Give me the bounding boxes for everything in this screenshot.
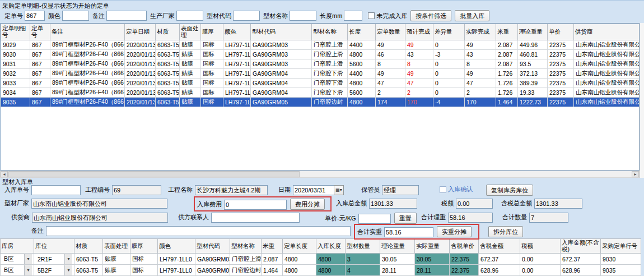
- cell: 30.05: [415, 254, 450, 265]
- location-combo[interactable]: 5B2F▾: [34, 265, 74, 276]
- copy-warehouse-location-button[interactable]: 复制库房库位: [486, 185, 533, 196]
- chevron-down-icon[interactable]: ▾: [64, 254, 72, 264]
- reset-button[interactable]: 重置: [394, 213, 417, 224]
- filter-profile-code-input[interactable]: [233, 11, 260, 21]
- total-amount-input[interactable]: [369, 199, 417, 209]
- scroll-right-icon[interactable]: ►: [632, 171, 639, 177]
- inbound-row-9035[interactable]: B区▾5B2F▾6063-T5贴膜国标LH797-1LL0GA90GRM05门帘…: [1, 265, 641, 276]
- combo-value: 2R1F: [36, 256, 64, 263]
- warehouse-combo[interactable]: B区▾: [1, 265, 34, 276]
- cell: 1.464: [496, 98, 518, 107]
- cell: 国标: [201, 88, 223, 98]
- cell: 1.726: [496, 69, 518, 79]
- inbound-order-no-input[interactable]: [31, 185, 81, 195]
- inbound-column-header: 型材名称: [230, 239, 262, 254]
- cell: 49: [405, 40, 433, 50]
- purchase-row-9035[interactable]: 903586789#门框型材P26-F40（866+867）2020/01/13…: [1, 98, 640, 107]
- tax-input[interactable]: [456, 199, 493, 209]
- inbound-row-9030[interactable]: B区▾2R1F▾6063-T5贴膜国标LH797-1LL0GA90GRM03门帘…: [1, 254, 641, 265]
- total-actual-weight-label: 合计实重: [357, 228, 382, 235]
- total-qty-input[interactable]: [529, 213, 568, 223]
- inbound-confirm-checkbox[interactable]: [440, 186, 446, 193]
- purchase-column-header: 理论重量: [518, 24, 548, 40]
- scroll-left-icon[interactable]: ◄: [1, 171, 8, 177]
- location-combo[interactable]: 2R1F▾: [34, 254, 74, 265]
- cell: 372.13: [518, 69, 548, 79]
- inbound-table-header-row: 库房库位材质表面处理膜厚颜色型材代码型材名称米重定单长度入库长度型材数量理论重量…: [1, 239, 641, 254]
- cell: 22375: [548, 50, 574, 59]
- purchase-column-header: 表面处理: [180, 24, 201, 40]
- factory-label: 型材厂家: [4, 200, 29, 206]
- total-actual-weight-input[interactable]: [384, 227, 433, 237]
- filter-length-input[interactable]: [344, 11, 362, 21]
- supplier-contact-input[interactable]: [211, 213, 300, 223]
- cell: 2.087: [496, 50, 518, 59]
- batch-inbound-button[interactable]: 批量入库: [455, 10, 489, 21]
- cell: 贴膜: [180, 59, 201, 69]
- cell: 贴膜: [180, 69, 201, 79]
- cell: 19.33: [518, 88, 548, 98]
- purchase-row-9033[interactable]: 903386789#门框型材P26-F40（866+867）2020/01/13…: [1, 79, 640, 88]
- cell: GA90GRM03: [251, 59, 312, 69]
- chevron-down-icon[interactable]: ▾: [24, 254, 32, 264]
- cell: 0: [433, 69, 465, 79]
- scrollbar-thumb[interactable]: [8, 171, 300, 177]
- date-input[interactable]: [293, 185, 334, 195]
- cell: 170: [465, 98, 496, 107]
- filter-profile-name-input[interactable]: [290, 11, 316, 21]
- cell: 4400: [348, 40, 376, 50]
- purchase-row-9032[interactable]: 903286789#门框型材P26-F40（866+867）2020/01/13…: [1, 69, 640, 79]
- weight-allocate-button[interactable]: 实重分摊: [437, 226, 472, 237]
- total-theory-weight-input[interactable]: [448, 213, 493, 223]
- filter-order-no-input[interactable]: [25, 11, 45, 21]
- factory-input[interactable]: [31, 199, 167, 209]
- cell: 9031: [1, 59, 30, 69]
- warehouse-combo[interactable]: B区▾: [1, 254, 34, 265]
- project-name-input[interactable]: [195, 185, 268, 195]
- horizontal-scrollbar[interactable]: ◄ ►: [0, 171, 640, 178]
- cell: 867: [30, 59, 50, 69]
- project-name-label: 工程名称: [168, 186, 193, 193]
- cell: 国标: [201, 79, 223, 88]
- calendar-dropdown-icon[interactable]: ▦▾: [334, 185, 344, 195]
- remark-input[interactable]: [46, 226, 351, 236]
- filter-length-label: 长度mm: [320, 12, 342, 19]
- project-no-input[interactable]: [112, 185, 161, 195]
- inbound-column-header: 型材数量: [346, 239, 380, 254]
- cell: 672.37: [479, 254, 520, 265]
- chevron-down-icon[interactable]: ▾: [64, 265, 72, 275]
- cell: 2: [376, 88, 405, 98]
- inbound-table-body: B区▾2R1F▾6063-T5贴膜国标LH797-1LL0GA90GRM03门帘…: [1, 254, 641, 276]
- purchase-row-9034[interactable]: 903486789#门框型材P26-F40（866+867）2020/01/13…: [1, 88, 640, 98]
- cell: 6063-T5: [156, 88, 180, 98]
- filter-remark-input[interactable]: [106, 11, 147, 21]
- filter-manufacturer-input[interactable]: [176, 11, 203, 21]
- purchase-row-9029[interactable]: 902986789#门框型材P26-F40（866+867）2020/01/13…: [1, 40, 640, 50]
- cell: 47: [376, 79, 405, 88]
- keeper-input[interactable]: [382, 185, 419, 195]
- purchase-column-header: 定单数量: [376, 24, 405, 40]
- unfinished-checkbox[interactable]: [368, 12, 375, 19]
- fee-allocate-button[interactable]: 费用分摊: [290, 199, 325, 210]
- cell: 49: [465, 40, 496, 50]
- inbound-fee-input[interactable]: [224, 200, 287, 210]
- cell: 6063-T5: [156, 69, 180, 79]
- cell: 2.087: [262, 254, 283, 265]
- vertical-scrollbar[interactable]: [640, 23, 644, 178]
- purchase-row-9031[interactable]: 903186789#门框型材P26-F40（866+867）2020/01/13…: [1, 59, 640, 69]
- supplier-input[interactable]: [32, 213, 168, 223]
- cell: 89#门框型材P26-F40（866+867）: [50, 69, 125, 79]
- split-location-button[interactable]: 拆分库位: [488, 226, 523, 237]
- purchase-table-header-row: 定单明细号定单号备注定单日期材质表面处理膜厚颜色型材代码型材名称长度定单数量预计…: [1, 24, 640, 40]
- cell: 9030: [1, 50, 30, 59]
- combo-value: 5B2F: [36, 267, 64, 274]
- filter-by-condition-button[interactable]: 按条件筛选: [410, 10, 451, 21]
- date-label: 日期: [278, 186, 291, 193]
- filter-color-input[interactable]: [62, 11, 89, 21]
- inbound-order-no-label: 入库单号: [4, 186, 29, 193]
- chevron-down-icon[interactable]: ▾: [24, 265, 32, 275]
- unit-price-input[interactable]: [358, 214, 391, 224]
- cell: 0.00: [520, 254, 561, 265]
- total-with-tax-input[interactable]: [534, 199, 582, 209]
- purchase-row-9030[interactable]: 903086789#门框型材P26-F40（866+867）2020/01/13…: [1, 50, 640, 59]
